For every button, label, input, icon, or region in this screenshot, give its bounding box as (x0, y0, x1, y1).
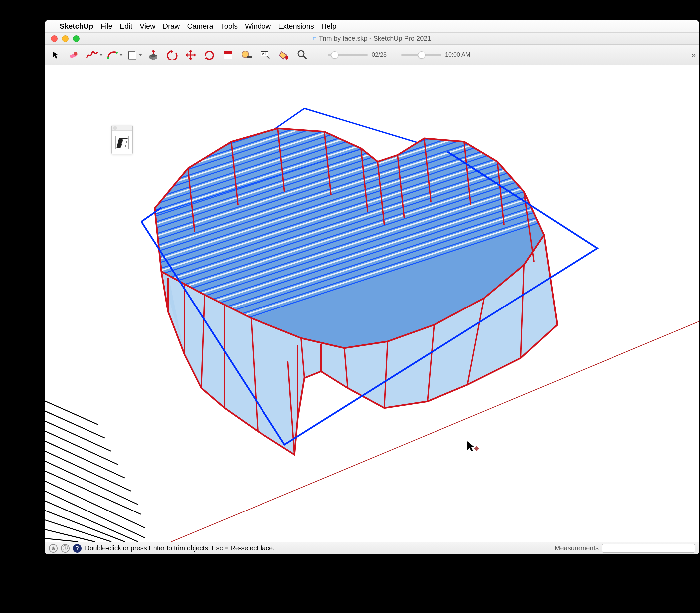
svg-marker-10 (204, 57, 207, 60)
svg-line-27 (45, 478, 145, 528)
eraser-tool[interactable] (67, 48, 81, 62)
svg-line-37 (128, 65, 577, 147)
select-tool[interactable] (48, 48, 63, 62)
app-menu[interactable]: SketchUp (60, 22, 93, 31)
rotate-tool[interactable] (202, 48, 216, 62)
menu-view[interactable]: View (140, 22, 155, 31)
window-title: Trim by face.skp - SketchUp Pro 2021 (319, 35, 431, 42)
text-label-tool[interactable]: A1 (258, 48, 273, 62)
toolbar-overflow-button[interactable]: » (691, 50, 696, 60)
menu-edit[interactable]: Edit (120, 22, 132, 31)
followme-tool[interactable] (165, 48, 179, 62)
face-tool[interactable] (127, 48, 142, 62)
svg-line-73 (128, 65, 577, 138)
window-titlebar: ⌗ Trim by face.skp - SketchUp Pro 2021 (45, 32, 699, 44)
menu-help[interactable]: Help (321, 22, 336, 31)
svg-line-36 (128, 65, 577, 141)
time-slider[interactable] (401, 54, 441, 56)
svg-point-17 (286, 55, 288, 60)
menu-tools[interactable]: Tools (221, 22, 238, 31)
svg-rect-14 (247, 55, 252, 57)
menu-window[interactable]: Window (245, 22, 271, 31)
paintbucket-tool[interactable] (276, 48, 291, 62)
dropdown-caret-icon (139, 54, 142, 56)
freehand-tool[interactable] (85, 48, 103, 62)
svg-point-3 (116, 52, 118, 54)
geolocation-icon[interactable]: ⊕ (49, 544, 57, 553)
menu-extensions[interactable]: Extensions (278, 22, 314, 31)
menu-file[interactable]: File (101, 22, 112, 31)
zoom-tool[interactable] (295, 48, 310, 62)
svg-line-24 (45, 448, 131, 491)
palette-close-button[interactable] (113, 126, 117, 130)
model-canvas[interactable] (45, 65, 699, 542)
section-fill-palette[interactable] (111, 125, 133, 154)
svg-rect-12 (224, 51, 232, 54)
svg-marker-9 (171, 50, 173, 53)
trim-cursor-icon (467, 441, 479, 451)
status-hint: Double-click or press Enter to trim obje… (85, 545, 275, 552)
dropdown-caret-icon (100, 54, 103, 56)
time-slider-label: 10:00 AM (445, 51, 471, 58)
document-icon: ⌗ (313, 35, 316, 42)
svg-line-19 (45, 398, 98, 425)
menu-camera[interactable]: Camera (187, 22, 213, 31)
measurements-label: Measurements (555, 545, 598, 552)
macos-menubar: SketchUp File Edit View Draw Camera Tool… (45, 20, 699, 32)
credits-icon[interactable]: ⓘ (61, 544, 69, 553)
section-tool[interactable] (221, 48, 235, 62)
model-viewport[interactable] (45, 65, 699, 542)
svg-line-33 (45, 538, 78, 542)
measurements-input[interactable] (602, 544, 695, 553)
dropdown-caret-icon (119, 54, 123, 56)
date-slider[interactable] (328, 54, 368, 56)
svg-rect-5 (129, 52, 136, 59)
pushpull-tool[interactable] (146, 48, 161, 62)
tapemeasure-tool[interactable] (239, 48, 254, 62)
app-window: SketchUp File Edit View Draw Camera Tool… (45, 20, 699, 555)
svg-point-18 (298, 51, 304, 56)
close-window-button[interactable] (51, 35, 57, 42)
svg-point-2 (107, 57, 109, 59)
svg-text:A1: A1 (262, 52, 266, 55)
date-slider-label: 02/28 (372, 51, 387, 58)
ground-grid (45, 398, 145, 542)
main-toolbar: A1 02/28 10:00 AM » (45, 44, 699, 65)
zoom-window-button[interactable] (73, 35, 80, 42)
svg-line-74 (128, 65, 577, 149)
status-bar: ⊕ ⓘ ? Double-click or press Enter to tri… (45, 542, 699, 555)
svg-line-20 (45, 408, 105, 438)
svg-line-31 (45, 518, 111, 542)
help-icon[interactable]: ? (73, 544, 81, 553)
menu-draw[interactable]: Draw (163, 22, 180, 31)
svg-line-38 (128, 65, 577, 153)
arc-tool[interactable] (107, 48, 123, 62)
svg-line-35 (128, 65, 577, 135)
svg-line-23 (45, 438, 125, 478)
move-tool[interactable] (183, 48, 198, 62)
section-fill-toggle-icon[interactable] (116, 136, 129, 149)
minimize-window-button[interactable] (62, 35, 68, 42)
